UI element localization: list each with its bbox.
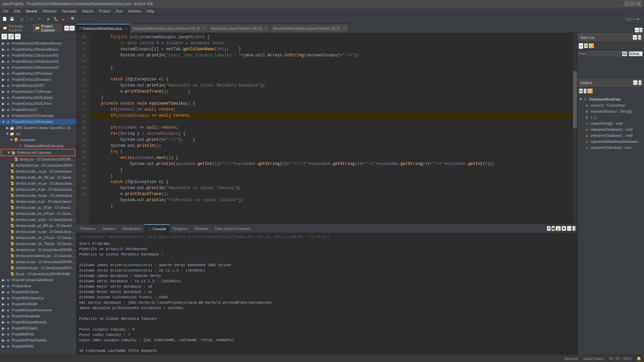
outline-item-class[interactable]: ▼ C DatabaseMetaData xyxy=(578,96,644,102)
search-button[interactable]: 🔍 xyxy=(70,16,76,22)
save-button[interactable]: 💾 xyxy=(9,16,15,22)
tree-item-derbyrun[interactable]: 🗜 derbyrun.jar - D:\Java\JavaJDK08\db\li… xyxy=(0,259,76,265)
back-button[interactable]: ← xyxy=(79,16,86,22)
redo-button[interactable]: ↪ xyxy=(36,16,42,22)
code-content[interactable]: for(int i=0;i<seznamSloupcu.length;i++) … xyxy=(89,33,577,224)
tab-resultset-se8[interactable]: ResultSet (Java Platform SE 8) ✕ xyxy=(208,24,270,33)
outline-item-odpoji[interactable]: ◇ odpojimeDatabazi() : void xyxy=(578,126,644,132)
menu-window[interactable]: Window xyxy=(125,7,144,15)
tree-item-nimake[interactable]: ▶ ◈ ProjektNImakefile xyxy=(0,313,76,319)
minimize-button[interactable]: ─ xyxy=(624,1,629,6)
tab-console[interactable]: ⬚ Console xyxy=(145,224,169,233)
new-button[interactable]: 📄 xyxy=(1,16,8,22)
tree-item-locale-de[interactable]: 🗜 derbyLocale_de_DE.jar - D:\Java\JavaJD… xyxy=(0,174,76,180)
menu-refactor[interactable]: Refactor xyxy=(40,7,60,15)
tree-item-dbmeta[interactable]: ▶ J DatabaseMetaData.java xyxy=(0,143,76,149)
tree-item-locale-cs[interactable]: 🗜 derbyLocale_cs.jar - D:\Java\JavaJDK08… xyxy=(0,168,76,174)
tree-item-metadata[interactable]: ▼ 📦 metadata xyxy=(0,137,76,143)
outline-minimize[interactable]: — xyxy=(633,80,638,85)
stop-button[interactable]: ■ xyxy=(60,16,67,22)
tree-item-derby23[interactable]: ▶ ◈ ProjektDerby23Schemata xyxy=(0,113,76,119)
outline-item-connect[interactable]: ◆ connect : Connection xyxy=(578,102,644,108)
panel-minimize-button[interactable]: — xyxy=(64,25,69,31)
tab-dbmetadata-java[interactable]: J DatabaseMetaData.java ✕ xyxy=(76,24,130,33)
console-clear-button[interactable]: ✕ xyxy=(547,226,551,231)
menu-help[interactable]: Help xyxy=(144,7,157,15)
undo-button[interactable]: ↩ xyxy=(28,16,35,22)
outline-sort[interactable]: ↕ xyxy=(584,88,587,94)
tab-datasource[interactable]: Data Source Explorer xyxy=(212,224,254,233)
tasklist-maximize[interactable]: □ xyxy=(638,35,641,40)
tree-item-locale-zh-cn[interactable]: 🗜 derbyLocale_zh_CN.jar - D:\Java\JavaJD… xyxy=(0,235,76,241)
tree-item-derby17[interactable]: ▶ ◈ ProjektDerby17Sifrovani xyxy=(0,88,76,95)
find-input[interactable] xyxy=(587,51,621,56)
close-tab-button[interactable]: ✕ xyxy=(125,27,127,31)
tree-item-derbyoptional[interactable]: 🗜 derbyoptionaltools.jar - D:\Java\JavaJ… xyxy=(0,253,76,259)
tree-item-locale-it[interactable]: 🗜 derbyLocale_it.jar - D:\Java\JavaJDK08… xyxy=(0,198,76,204)
view-menu-button[interactable]: ▼ xyxy=(15,34,21,40)
tree-item-nijava[interactable]: ▶ ◈ ProjektNIJavaPromenne xyxy=(0,307,76,313)
print-button[interactable]: 🖨 xyxy=(18,16,25,22)
tab-package-explorer[interactable]: 📁 Package Explorer xyxy=(0,23,33,33)
tree-item-locale-zh-tw[interactable]: 🗜 derbyLocale_zh_TW.jar - D:\Java\JavaJD… xyxy=(0,241,76,247)
forward-button[interactable]: → xyxy=(87,16,94,22)
outline-item-sloupcu[interactable]: ◆ seznamSloupcu : String[] xyxy=(578,108,644,114)
menu-source[interactable]: Source xyxy=(23,7,40,15)
menu-search[interactable]: Search xyxy=(79,7,97,15)
close-button[interactable]: ✕ xyxy=(636,1,641,6)
editor-maximize-button[interactable]: □ xyxy=(639,27,643,33)
tree-item-locale-ja[interactable]: 🗜 derbyLocale_ja_JP.jar - D:\Java\JavaJD… xyxy=(0,204,76,210)
tree-item-derbytools[interactable]: 🗜 derbytools.jar - D:\Java\JavaJDK08\db\… xyxy=(0,265,76,271)
tree-item-derby24[interactable]: ▼ ◈ ProjektDerby24Metadata xyxy=(0,119,76,125)
tree-item-nijni[interactable]: ▶ ◈ ProjektNIJNIAR xyxy=(0,301,76,307)
code-editor[interactable]: 6566676869 7071727374 7576777879 8081828… xyxy=(76,33,577,224)
menu-file[interactable]: File xyxy=(0,7,11,15)
tree-item-derby14[interactable]: ▶ ◈ ProjektDerby14Primitivni xyxy=(0,70,76,76)
console-maximize[interactable]: □ xyxy=(572,226,576,231)
console-view-menu[interactable]: ▼ xyxy=(561,226,566,231)
tree-item-derbynet[interactable]: 🗜 derbynet.jar - D:\Java\JavaJDK08\db\li… xyxy=(0,247,76,253)
menu-run[interactable]: Run xyxy=(113,7,125,15)
outline-item-vypise-meta[interactable]: ◇ vypisemeMetaDataDatabaze... xyxy=(578,138,644,144)
tree-item-locale-ko[interactable]: 🗜 derbyLocale_ko_KR.jar - D:\Java\JavaJD… xyxy=(0,210,76,217)
tree-item-java[interactable]: ▶ ◈ ProjektJava xyxy=(0,283,76,289)
tasklist-minimize[interactable]: — xyxy=(633,35,637,40)
tree-item-locale-fr[interactable]: 🗜 derbyLocale_fr.jar - D:\Java\JavaJDK08… xyxy=(0,186,76,192)
outline-filter[interactable]: 🔽 xyxy=(587,88,593,94)
tab-resultsetmeta-se8[interactable]: ResultSetMetaData (Java Platform SE 8) ✕ xyxy=(270,24,348,33)
console-scroll-lock[interactable]: 🔒 xyxy=(555,226,561,231)
tree-item-reflibs[interactable]: ▼ 📚 Referenced Libraries xyxy=(1,149,75,156)
editor-minimize-button[interactable]: — xyxy=(635,27,639,33)
menu-project[interactable]: Project xyxy=(96,7,113,15)
tree-item-rmi01[interactable]: ▶ ◈ ProjektRMI01 xyxy=(0,343,76,349)
tree-item-derby22[interactable]: ▶ ◈ ProjektDerby22 xyxy=(0,107,76,113)
tree-item-lib[interactable]: 🗜 lib.jar - D:\Java\JavaJDK08\db\lib xyxy=(0,271,76,277)
tab-dbmetadata-se8[interactable]: DatabaseMetaData (Java Platform SE 8) ✕ xyxy=(130,24,208,33)
menu-edit[interactable]: Edit xyxy=(11,7,23,15)
tree-item-nimethod[interactable]: ▶ ◈ ProjektNIJavaMetody xyxy=(0,319,76,325)
tab-problems[interactable]: Problems xyxy=(76,224,99,233)
window-controls[interactable]: ─ □ ✕ xyxy=(624,1,641,6)
close-tab-button[interactable]: ✕ xyxy=(203,26,205,30)
collapse-all-button[interactable]: ⊟ xyxy=(1,34,7,40)
tasklist-filter-button[interactable]: 🔽 xyxy=(589,43,594,48)
tree-item-locale-es[interactable]: 🗜 derbyLocale_es.jar - D:\Java\JavaJDK08… xyxy=(0,180,76,186)
outline-maximize[interactable]: □ xyxy=(638,80,642,85)
tab-terminal[interactable]: Terminal xyxy=(191,224,212,233)
tree-item-derby16[interactable]: ▶ ◈ ProjektDerby16UDT xyxy=(0,82,76,88)
close-tab-button[interactable]: ✕ xyxy=(343,26,345,30)
tree-item-derby10[interactable]: ▶ ◈ ProjektDerby10Autentifikace xyxy=(0,46,76,52)
outline-collapse[interactable]: ⊟ xyxy=(579,88,583,94)
tree-item-derbyclient-jar[interactable]: 🗜 derbyclient.jar - D:\Java\JavaJDK08\db… xyxy=(0,162,76,168)
tree-item-locale-ru[interactable]: 🗜 derbyLocale_ru.jar - D:\Java\JavaJDK08… xyxy=(0,229,76,235)
tab-progress[interactable]: Progress xyxy=(169,224,191,233)
tree-item-derby12[interactable]: ▶ ◈ ProjektDerby12Autorizace02 xyxy=(0,58,76,64)
tree-item-locale-pt[interactable]: 🗜 derbyLocale_pt_BR.jar - D:\Java\JavaJD… xyxy=(0,223,76,229)
tree-item-derby08[interactable]: ▶ ◈ ProjektDerby08EmbendServer xyxy=(0,40,76,46)
tree-item-nieclipse[interactable]: ▶ ◈ ProjektNIEclipse xyxy=(0,289,76,295)
run-button[interactable]: ▶ xyxy=(45,16,52,22)
editor-content[interactable]: 6566676869 7071727374 7576777879 8081828… xyxy=(76,33,577,224)
tree-item-nipole[interactable]: ▶ ◈ ProjektNIPole xyxy=(0,331,76,337)
tree-item-derby15[interactable]: ▶ ◈ ProjektDerby15Soubory xyxy=(0,76,76,82)
tree-item-fortran[interactable]: ▶ ◈ ProjektFortranHalloWorld xyxy=(0,277,76,283)
